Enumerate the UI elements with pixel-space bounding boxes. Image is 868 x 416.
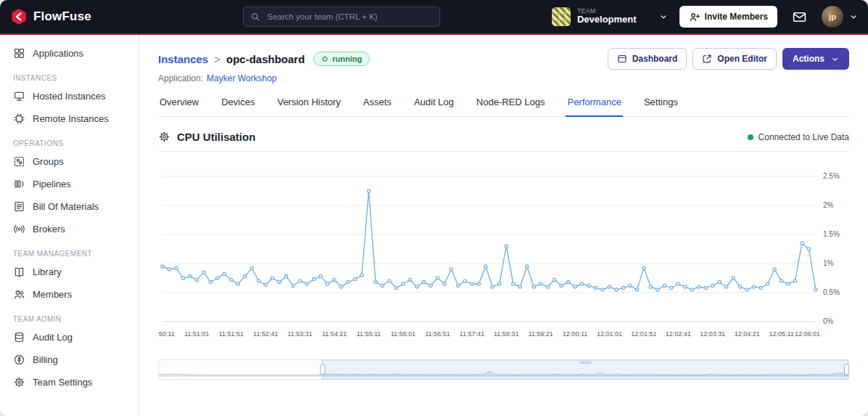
sidebar-item-applications[interactable]: Applications — [0, 42, 139, 65]
editor-icon — [702, 54, 712, 64]
svg-text:2%: 2% — [823, 201, 834, 209]
dashboard-button[interactable]: Dashboard — [608, 48, 687, 70]
sidebar-item-label: Hosted Instances — [33, 91, 105, 102]
pipelines-icon — [13, 178, 25, 190]
svg-text:12:06:01: 12:06:01 — [795, 330, 820, 338]
main-content: Instances > opc-dashboard running — [139, 35, 868, 416]
tab-node-red-logs[interactable]: Node-RED Logs — [475, 95, 547, 116]
navigator-left-handle[interactable] — [321, 364, 325, 375]
billing-icon — [13, 354, 25, 366]
navbar-right-cluster: TEAM: Development Invite Members — [552, 6, 858, 28]
sidebar-item-remote-instances[interactable]: Remote Instances — [0, 107, 139, 130]
actions-chevron-down-icon — [831, 55, 839, 63]
sidebar-item-billing[interactable]: Billing — [0, 348, 139, 371]
sidebar-item-label: Library — [33, 266, 62, 277]
tab-assets[interactable]: Assets — [362, 95, 393, 116]
cpu-section-header: CPU Utilisation Connected to Live Data — [158, 131, 849, 152]
svg-text:1.5%: 1.5% — [823, 230, 840, 238]
sidebar-item-label: Groups — [33, 156, 64, 167]
open-editor-button[interactable]: Open Editor — [693, 48, 777, 70]
cpu-series — [161, 189, 817, 291]
library-icon — [13, 266, 25, 278]
tab-devices[interactable]: Devices — [220, 95, 256, 116]
sidebar-item-label: Billing — [33, 354, 58, 365]
team-selector-text: TEAM: Development — [577, 8, 637, 26]
svg-text:0.5%: 0.5% — [823, 288, 840, 296]
sidebar-item-pipelines[interactable]: Pipelines — [0, 173, 139, 195]
x-axis-labels: 11:50:1111:51:0111:51:5111:52:4111:53:31… — [158, 330, 820, 338]
live-status-dot-icon — [748, 134, 753, 140]
sidebar-item-brokers[interactable]: Brokers — [0, 218, 139, 240]
breadcrumb: Instances > opc-dashboard — [158, 53, 305, 65]
gear-icon — [158, 131, 170, 143]
mail-icon — [792, 9, 807, 25]
cpu-utilisation-chart[interactable]: 0%0.5%1%1.5%2%2.5%11:50:1111:51:0111:51:… — [158, 155, 849, 351]
flowfuse-logo-icon — [10, 8, 28, 25]
svg-text:11:53:31: 11:53:31 — [287, 330, 312, 338]
team-settings-icon — [13, 376, 25, 388]
search-input[interactable] — [265, 12, 433, 22]
svg-text:12:05:11: 12:05:11 — [769, 330, 793, 338]
chart-gridlines — [162, 176, 816, 322]
groups-icon — [13, 155, 25, 168]
sidebar-item-library[interactable]: Library — [0, 261, 139, 283]
members-icon — [13, 288, 25, 301]
tab-settings[interactable]: Settings — [642, 95, 679, 116]
instance-name: opc-dashboard — [226, 53, 305, 65]
navigator-grip[interactable] — [580, 362, 592, 364]
tab-bar: OverviewDevicesVersion HistoryAssetsAudi… — [158, 95, 849, 117]
sidebar-item-team-settings[interactable]: Team Settings — [0, 371, 139, 393]
actions-button-label: Actions — [793, 54, 824, 64]
sidebar-item-members[interactable]: Members — [0, 283, 139, 306]
user-menu[interactable]: jp — [822, 6, 858, 28]
application-label: Application: — [158, 73, 203, 83]
svg-text:0%: 0% — [823, 317, 834, 325]
svg-text:1%: 1% — [823, 259, 834, 267]
sidebar-item-groups[interactable]: Groups — [0, 150, 139, 173]
tab-overview[interactable]: Overview — [158, 95, 200, 116]
power-icon — [321, 55, 328, 62]
breadcrumb-instances-link[interactable]: Instances — [158, 53, 208, 65]
svg-text:12:01:01: 12:01:01 — [597, 330, 622, 338]
svg-text:12:03:31: 12:03:31 — [700, 330, 725, 338]
instance-header: Instances > opc-dashboard running — [158, 48, 849, 70]
cpu-chart-area: 0%0.5%1%1.5%2%2.5%11:50:1111:51:0111:51:… — [158, 155, 849, 380]
svg-text:12:02:41: 12:02:41 — [666, 330, 691, 338]
hosted-instances-icon — [13, 90, 25, 102]
chart-navigator[interactable] — [158, 359, 849, 380]
svg-text:11:58:31: 11:58:31 — [494, 330, 518, 338]
sidebar-item-hosted-instances[interactable]: Hosted Instances — [0, 85, 139, 107]
user-chevron-down-icon — [849, 12, 858, 21]
team-search[interactable] — [243, 7, 440, 27]
svg-text:11:57:41: 11:57:41 — [460, 330, 484, 338]
application-name-link[interactable]: Mayker Workshop — [207, 73, 276, 83]
flowfuse-logo[interactable]: FlowFuse — [10, 8, 132, 25]
live-data-status: Connected to Live Data — [748, 132, 849, 142]
actions-button[interactable]: Actions — [782, 48, 849, 70]
application-line: Application: Mayker Workshop — [158, 73, 849, 83]
team-selector[interactable]: TEAM: Development — [552, 7, 668, 26]
brokers-icon — [13, 223, 25, 235]
status-label: running — [332, 54, 362, 63]
svg-text:2.5%: 2.5% — [823, 172, 840, 180]
invite-members-button[interactable]: Invite Members — [679, 6, 777, 28]
svg-text:11:51:01: 11:51:01 — [184, 330, 209, 338]
tab-version-history[interactable]: Version History — [276, 95, 342, 116]
svg-text:11:50:11: 11:50:11 — [158, 330, 175, 338]
y-axis-labels: 0%0.5%1%1.5%2%2.5% — [823, 172, 840, 325]
sidebar-item-bill-of-materials[interactable]: Bill Of Materials — [0, 195, 139, 218]
brand-name: FlowFuse — [33, 9, 91, 24]
sidebar-section-team-admin: TEAM ADMIN — [0, 306, 139, 326]
tab-audit-log[interactable]: Audit Log — [413, 95, 455, 116]
top-navbar: FlowFuse TEAM: Development — [0, 0, 868, 35]
dashboard-icon — [617, 54, 627, 64]
svg-text:11:59:21: 11:59:21 — [528, 330, 553, 338]
mail-button[interactable] — [789, 7, 810, 28]
tab-performance[interactable]: Performance — [566, 95, 622, 117]
sidebar-section-operations: OPERATIONS — [0, 130, 139, 150]
sidebar-item-audit-log[interactable]: Audit Log — [0, 326, 139, 348]
navigator-right-handle[interactable] — [845, 364, 849, 375]
person-plus-icon — [689, 12, 700, 23]
sidebar-item-label: Team Settings — [33, 377, 92, 388]
sidebar-section-instances: INSTANCES — [0, 65, 139, 85]
